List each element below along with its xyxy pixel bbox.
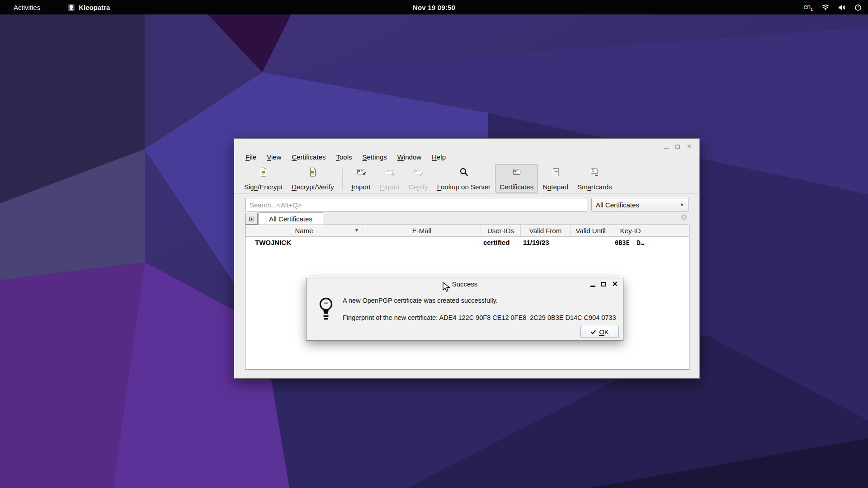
- certify-icon: [413, 167, 424, 177]
- checkmark-icon: [590, 329, 596, 335]
- import-icon: [356, 167, 367, 177]
- header-name[interactable]: Name ▼: [245, 225, 363, 236]
- table-row[interactable]: TWOJNICK certified 11/19/23 0B3E D…: [245, 237, 689, 248]
- tab-all-certificates[interactable]: All Certificates: [258, 212, 323, 225]
- header-valid-until[interactable]: Valid Until: [571, 225, 611, 236]
- certificates-view-button[interactable]: Certificates: [495, 164, 538, 192]
- desktop: Activities Kleopatra Nov 19 09:50 en1: [0, 0, 868, 488]
- export-icon: [384, 167, 395, 177]
- lookup-on-server-label: Lookup on Server: [437, 183, 491, 191]
- header-valid-from[interactable]: Valid From: [521, 225, 571, 236]
- tab-bar: All Certificates: [245, 212, 689, 225]
- mouse-cursor: [442, 282, 452, 293]
- filter-value: All Certificates: [596, 201, 639, 209]
- import-label: Import: [351, 183, 371, 191]
- lookup-on-server-button[interactable]: Lookup on Server: [433, 164, 495, 192]
- notepad-label: Notepad: [542, 183, 568, 191]
- smartcards-label: Smartcards: [577, 183, 612, 191]
- header-email[interactable]: E-Mail: [363, 225, 481, 236]
- system-tray[interactable]: en1: [803, 0, 862, 14]
- export-label: Export: [380, 183, 399, 191]
- kleopatra-window: ✕ File View Certificates Tools Settings …: [234, 138, 700, 379]
- decrypt-verify-button[interactable]: Decrypt/Verify: [287, 164, 338, 192]
- dialog-title: Success: [307, 280, 623, 288]
- notepad-icon: [551, 167, 561, 177]
- dialog-fingerprint: Fingerprint of the new certificate: ADE4…: [343, 314, 616, 321]
- dialog-close-button[interactable]: ✕: [612, 281, 618, 287]
- power-icon[interactable]: [854, 4, 862, 11]
- smartcards-icon: [590, 167, 599, 177]
- certify-label: Certify: [408, 183, 428, 191]
- certificate-filter-dropdown[interactable]: All Certificates ▼: [591, 198, 689, 211]
- menu-window[interactable]: Window: [394, 152, 425, 162]
- decrypt-verify-icon: [308, 167, 318, 177]
- chevron-down-icon: ▼: [679, 202, 684, 207]
- certificates-icon: [511, 167, 522, 177]
- ok-button[interactable]: OK: [580, 326, 619, 338]
- sign-encrypt-label: Sign/Encrypt: [244, 183, 283, 191]
- search-input[interactable]: [245, 198, 587, 211]
- maximize-button[interactable]: [675, 145, 680, 149]
- sign-encrypt-icon: [259, 167, 269, 177]
- menu-tools[interactable]: Tools: [333, 152, 355, 162]
- search-magnifier-icon: [459, 167, 469, 177]
- sort-descending-icon: ▼: [354, 228, 359, 233]
- minimize-button[interactable]: [664, 148, 669, 149]
- lightbulb-icon: [318, 297, 334, 324]
- menu-view[interactable]: View: [264, 152, 284, 162]
- top-bar: Activities Kleopatra Nov 19 09:50 en1: [0, 0, 868, 14]
- success-dialog: Success ✕ A new OpenPGP certificate was …: [306, 278, 623, 341]
- toolbar: Sign/Encrypt Decrypt/Verify: [240, 164, 694, 192]
- clock[interactable]: Nov 19 09:50: [0, 4, 868, 11]
- export-button[interactable]: Export: [375, 164, 404, 192]
- dialog-minimize-button[interactable]: [590, 286, 595, 287]
- toolbar-separator: [342, 167, 343, 190]
- smartcards-button[interactable]: Smartcards: [573, 164, 617, 192]
- volume-icon[interactable]: [838, 4, 846, 11]
- decrypt-verify-label: Decrypt/Verify: [292, 183, 334, 191]
- sign-encrypt-button[interactable]: Sign/Encrypt: [240, 164, 287, 192]
- dialog-message: A new OpenPGP certificate was created su…: [343, 297, 498, 304]
- menu-settings[interactable]: Settings: [359, 152, 390, 162]
- header-key-id[interactable]: Key-ID: [611, 225, 650, 236]
- header-user-ids[interactable]: User-IDs: [481, 225, 521, 236]
- new-tab-icon: [248, 216, 255, 222]
- certificates-view-label: Certificates: [500, 183, 533, 191]
- certify-button[interactable]: Certify: [404, 164, 432, 192]
- close-button[interactable]: ✕: [686, 144, 692, 149]
- menu-bar: File View Certificates Tools Settings Wi…: [242, 152, 449, 162]
- keyboard-layout-indicator[interactable]: en1: [803, 3, 813, 12]
- toolbar-divider: [234, 193, 699, 194]
- menu-certificates[interactable]: Certificates: [288, 152, 329, 162]
- header-filler: [650, 225, 689, 236]
- close-tab-icon[interactable]: [680, 214, 688, 223]
- menu-help[interactable]: Help: [429, 152, 449, 162]
- new-tab-button[interactable]: [245, 213, 258, 225]
- dialog-maximize-button[interactable]: [601, 282, 606, 286]
- wifi-icon[interactable]: [821, 4, 830, 10]
- dialog-titlebar[interactable]: Success ✕: [307, 278, 623, 290]
- table-header: Name ▼ E-Mail User-IDs Valid From Valid …: [245, 225, 689, 237]
- notepad-button[interactable]: Notepad: [538, 164, 573, 192]
- ok-label: OK: [599, 328, 609, 336]
- menu-file[interactable]: File: [242, 152, 259, 162]
- import-button[interactable]: Import: [347, 164, 375, 192]
